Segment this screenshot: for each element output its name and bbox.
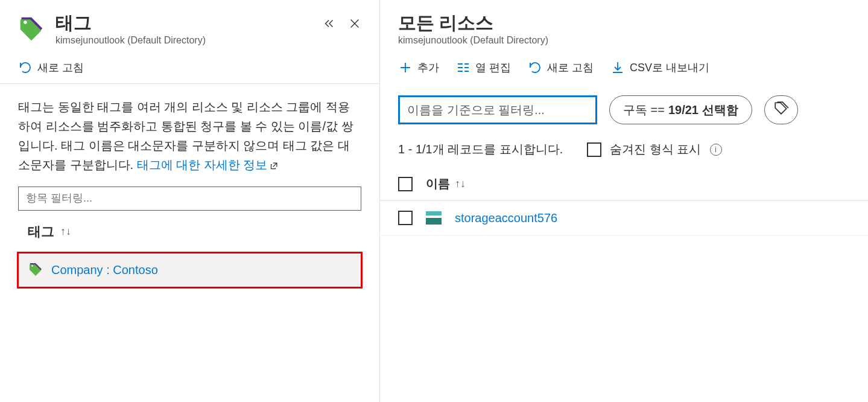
svg-point-0 (24, 21, 27, 24)
svg-point-1 (31, 265, 33, 267)
tag-column-header[interactable]: 태그 ↑↓ (0, 223, 379, 252)
resources-panel-header: 모든 리소스 kimsejunoutlook (Default Director… (380, 0, 868, 52)
external-link-icon (270, 159, 279, 173)
add-label: 추가 (417, 60, 439, 75)
tags-panel: 태그 kimsejunoutlook (Default Directory) 새… (0, 0, 380, 402)
show-hidden-label: 숨겨진 형식 표시 (610, 141, 701, 158)
select-all-checkbox[interactable] (398, 177, 413, 191)
tags-learn-more-link[interactable]: 태그에 대한 자세한 정보 (137, 158, 279, 171)
column-name-header[interactable]: 이름 ↑↓ (426, 176, 466, 192)
close-icon[interactable] (348, 17, 361, 32)
resources-subtitle: kimsejunoutlook (Default Directory) (398, 35, 850, 46)
tag-icon (18, 15, 45, 43)
resources-table-header: 이름 ↑↓ (380, 167, 868, 201)
tag-item-label: Company : Contoso (51, 263, 158, 277)
storage-account-icon (426, 211, 442, 225)
resources-panel: 모든 리소스 kimsejunoutlook (Default Director… (380, 0, 868, 402)
edit-columns-label: 열 편집 (475, 60, 511, 75)
show-hidden-checkbox[interactable] (587, 142, 601, 157)
row-checkbox[interactable] (398, 211, 413, 225)
resource-name-link[interactable]: storageaccount576 (455, 211, 557, 225)
resources-title: 모든 리소스 (398, 12, 850, 34)
name-filter-input[interactable] (398, 95, 597, 124)
sort-icon: ↑↓ (455, 177, 466, 190)
tags-icon (773, 101, 789, 120)
add-button[interactable]: 추가 (398, 60, 439, 75)
export-csv-label: CSV로 내보내기 (630, 60, 709, 75)
subscription-filter-pill[interactable]: 구독 == 19/21 선택함 (609, 95, 752, 124)
tags-toolbar: 새로 고침 (0, 52, 379, 84)
tags-description: 태그는 동일한 태그를 여러 개의 리소스 및 리소스 그룹에 적용하여 리소스… (0, 84, 379, 187)
collapse-icon[interactable] (323, 17, 336, 32)
resources-toolbar: 추가 열 편집 새로 고침 CSV로 내보내기 (380, 52, 868, 83)
tag-item-company-contoso[interactable]: Company : Contoso (17, 252, 363, 289)
refresh-label: 새로 고침 (547, 60, 594, 75)
resources-filter-row: 구독 == 19/21 선택함 (380, 83, 868, 132)
tags-panel-header: 태그 kimsejunoutlook (Default Directory) (0, 0, 379, 52)
tag-filter-pill[interactable] (764, 95, 798, 124)
tags-title: 태그 (55, 12, 323, 34)
tag-icon (28, 262, 43, 278)
refresh-button[interactable]: 새로 고침 (528, 60, 594, 75)
records-count: 1 - 1/1개 레코드를 표시합니다. (398, 141, 563, 158)
sort-icon: ↑↓ (60, 225, 71, 238)
records-info-row: 1 - 1/1개 레코드를 표시합니다. 숨겨진 형식 표시 i (380, 132, 868, 167)
tag-filter-input[interactable] (18, 187, 361, 211)
resource-row[interactable]: storageaccount576 (380, 201, 868, 235)
export-csv-button[interactable]: CSV로 내보내기 (610, 60, 709, 75)
info-icon[interactable]: i (710, 144, 722, 156)
refresh-button[interactable]: 새로 고침 (18, 60, 84, 75)
edit-columns-button[interactable]: 열 편집 (456, 60, 511, 75)
tags-subtitle: kimsejunoutlook (Default Directory) (55, 35, 323, 46)
refresh-label: 새로 고침 (37, 60, 84, 75)
